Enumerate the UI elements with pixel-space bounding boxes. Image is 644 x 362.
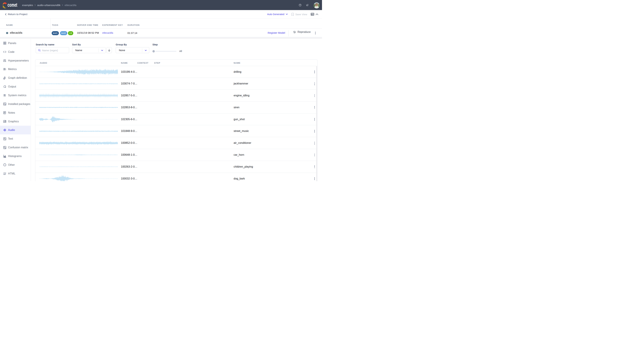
svg-text:Py: Py [4,103,6,105]
svg-text:HTML: HTML [3,173,6,174]
